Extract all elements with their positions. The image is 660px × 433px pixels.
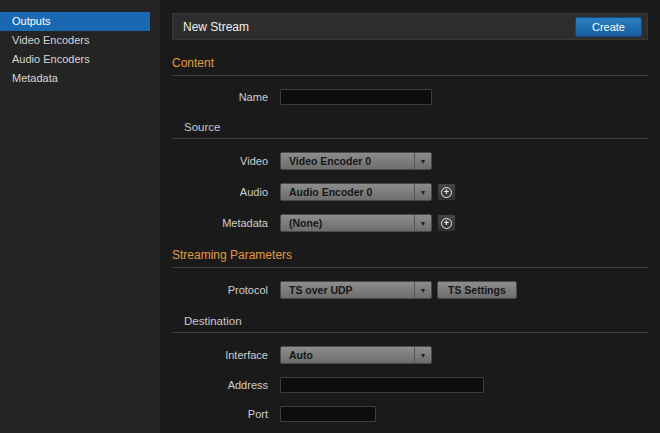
interface-dropdown-value: Auto [281, 349, 414, 361]
port-input[interactable] [280, 406, 376, 422]
metadata-dropdown[interactable]: (None) ▼ [280, 214, 432, 232]
address-input[interactable] [280, 377, 484, 393]
name-label: Name [172, 91, 268, 103]
add-audio-button[interactable]: + [437, 183, 456, 201]
video-dropdown-value: Video Encoder 0 [281, 155, 414, 167]
audio-dropdown[interactable]: Audio Encoder 0 ▼ [280, 183, 432, 201]
sidebar-item-audio-encoders[interactable]: Audio Encoders [0, 50, 160, 69]
interface-row: Interface Auto ▼ [172, 346, 648, 364]
chevron-down-icon: ▼ [414, 347, 431, 363]
protocol-dropdown-value: TS over UDP [281, 284, 414, 296]
add-metadata-button[interactable]: + [437, 214, 456, 232]
section-title-destination: Destination [172, 315, 648, 333]
header-bar: New Stream Create [172, 13, 648, 40]
chevron-down-icon: ▼ [414, 215, 431, 231]
video-row: Video Video Encoder 0 ▼ [172, 152, 648, 170]
interface-label: Interface [172, 349, 268, 361]
chevron-down-icon: ▼ [414, 153, 431, 169]
metadata-dropdown-value: (None) [281, 217, 414, 229]
video-label: Video [172, 155, 268, 167]
sidebar: Outputs Video Encoders Audio Encoders Me… [0, 0, 160, 433]
metadata-label: Metadata [172, 217, 268, 229]
protocol-label: Protocol [172, 284, 268, 296]
sidebar-item-outputs[interactable]: Outputs [0, 12, 150, 31]
port-row: Port [172, 406, 648, 422]
section-title-source: Source [172, 121, 648, 139]
create-button[interactable]: Create [575, 17, 642, 37]
plus-icon: + [441, 187, 452, 198]
sidebar-item-video-encoders[interactable]: Video Encoders [0, 31, 160, 50]
chevron-down-icon: ▼ [414, 184, 431, 200]
name-input[interactable] [280, 89, 432, 105]
port-label: Port [172, 408, 268, 420]
section-title-streaming-parameters: Streaming Parameters [172, 248, 648, 268]
metadata-row: Metadata (None) ▼ + [172, 214, 648, 232]
audio-label: Audio [172, 186, 268, 198]
section-title-content: Content [172, 56, 648, 76]
chevron-down-icon: ▼ [414, 282, 431, 298]
ts-settings-button[interactable]: TS Settings [437, 281, 517, 299]
name-row: Name [172, 89, 648, 105]
interface-dropdown[interactable]: Auto ▼ [280, 346, 432, 364]
address-label: Address [172, 379, 268, 391]
protocol-dropdown[interactable]: TS over UDP ▼ [280, 281, 432, 299]
address-row: Address [172, 377, 648, 393]
audio-dropdown-value: Audio Encoder 0 [281, 186, 414, 198]
sidebar-item-metadata[interactable]: Metadata [0, 69, 160, 88]
plus-icon: + [441, 218, 452, 229]
protocol-row: Protocol TS over UDP ▼ TS Settings [172, 281, 648, 299]
main-panel: New Stream Create Content Name Source Vi… [160, 0, 660, 433]
audio-row: Audio Audio Encoder 0 ▼ + [172, 183, 648, 201]
video-dropdown[interactable]: Video Encoder 0 ▼ [280, 152, 432, 170]
page-title: New Stream [183, 20, 249, 34]
